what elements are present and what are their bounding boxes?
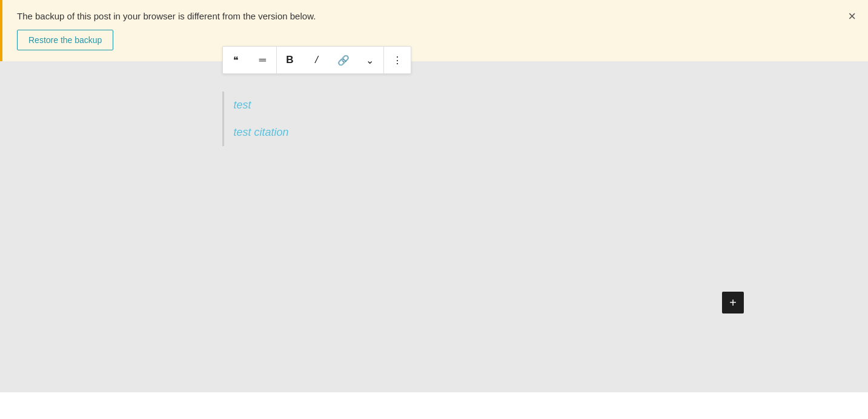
quote-text[interactable]: test	[234, 92, 646, 119]
bold-button[interactable]: B	[277, 47, 303, 73]
blockquote-button[interactable]: ❝	[223, 47, 250, 73]
notification-message: The backup of this post in your browser …	[17, 11, 838, 21]
add-block-button[interactable]: +	[722, 292, 744, 313]
toolbar-group-3: ⋮	[384, 47, 411, 73]
toolbar-group-1: ❝ ═	[223, 47, 277, 73]
notification-banner: The backup of this post in your browser …	[0, 0, 868, 61]
editor-area: ❝ ═ B / 🔗 ⌄ ⋮ test test citation +	[0, 61, 868, 392]
restore-backup-button[interactable]: Restore the backup	[17, 30, 113, 50]
options-button[interactable]: ⋮	[384, 47, 411, 73]
toolbar-group-2: B / 🔗 ⌄	[277, 47, 384, 73]
link-button[interactable]: 🔗	[330, 47, 357, 73]
more-options-chevron[interactable]: ⌄	[357, 47, 383, 73]
formatting-toolbar: ❝ ═ B / 🔗 ⌄ ⋮	[222, 46, 411, 74]
align-button[interactable]: ═	[250, 47, 276, 73]
blockquote-block: test test citation	[222, 92, 646, 146]
italic-button[interactable]: /	[303, 47, 330, 73]
close-notification-button[interactable]: ×	[848, 10, 856, 23]
citation-text[interactable]: test citation	[234, 119, 646, 146]
editor-content: ❝ ═ B / 🔗 ⌄ ⋮ test test citation	[222, 85, 646, 392]
